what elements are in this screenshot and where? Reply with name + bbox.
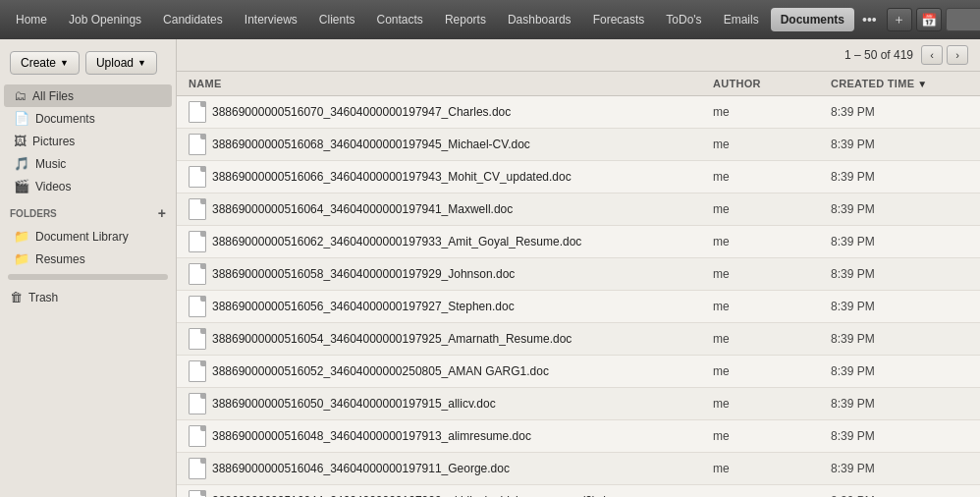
file-doc-icon [189,490,206,497]
file-doc-icon [189,360,206,382]
file-name: 38869000000516070_34604000000197947_Char… [212,105,511,119]
file-author: me [713,170,831,184]
file-time: 8:39 PM [831,364,968,378]
file-time: 8:39 PM [831,170,968,184]
create-button[interactable]: Create ▼ [10,51,80,75]
sidebar-scrollbar[interactable] [8,274,168,280]
table-row[interactable]: 38869000000516044_34604000000197909_akhi… [177,485,980,497]
next-page-button[interactable]: › [947,45,968,65]
file-doc-icon [189,166,206,188]
nav-forecasts[interactable]: Forecasts [583,8,655,31]
sidebar-item-documents[interactable]: 📄 Documents [4,107,172,130]
table-row[interactable]: 38869000000516064_34604000000197941_Maxw… [177,193,980,226]
folder-icon-2: 📁 [14,251,29,266]
top-navigation: Home Job Openings Candidates Interviews … [0,0,980,39]
file-name: 38869000000516058_34604000000197929_John… [212,267,515,281]
header-name: NAME [189,78,713,89]
calendar-button[interactable]: 📅 [916,8,942,31]
file-name: 38869000000516066_34604000000197943_Mohi… [212,170,572,184]
file-name-cell: 38869000000516068_34604000000197945_Mich… [189,134,713,155]
upload-arrow-icon: ▼ [137,58,146,68]
file-name: 38869000000516056_34604000000197927_Step… [212,300,515,313]
table-row[interactable]: 38869000000516054_34604000000197925_Amar… [177,323,980,356]
file-author: me [713,332,831,346]
file-time: 8:39 PM [831,235,968,248]
nav-job-openings[interactable]: Job Openings [59,8,151,31]
table-row[interactable]: 38869000000516058_34604000000197929_John… [177,258,980,291]
prev-page-button[interactable]: ‹ [921,45,943,65]
table-row[interactable]: 38869000000516066_34604000000197943_Mohi… [177,161,980,193]
nav-interviews[interactable]: Interviews [235,8,307,31]
header-author: AUTHOR [713,78,831,89]
global-search[interactable] [946,8,980,31]
file-name: 38869000000516068_34604000000197945_Mich… [212,138,530,151]
nav-contacts[interactable]: Contacts [367,8,433,31]
file-name-cell: 38869000000516062_34604000000197933_Amit… [189,231,713,252]
file-name: 38869000000516062_34604000000197933_Amit… [212,235,581,248]
sidebar-toolbar: Create ▼ Upload ▼ [0,47,176,84]
table-header: NAME AUTHOR CREATED TIME ▼ [177,72,980,96]
file-name: 38869000000516054_34604000000197925_Amar… [212,332,572,346]
file-doc-icon [189,231,206,252]
sidebar-item-all-files[interactable]: 🗂 All Files [4,84,172,107]
file-author: me [713,300,831,313]
file-time: 8:39 PM [831,429,968,443]
file-name: 38869000000516052_34604000000250805_AMAN… [212,364,549,378]
file-name-cell: 38869000000516064_34604000000197941_Maxw… [189,198,713,220]
file-name-cell: 38869000000516046_34604000000197911_Geor… [189,458,713,479]
file-name: 38869000000516050_34604000000197915_alli… [212,397,496,411]
table-row[interactable]: 38869000000516050_34604000000197915_alli… [177,388,980,420]
sidebar-item-music[interactable]: 🎵 Music [4,152,172,175]
add-button[interactable]: ＋ [887,8,912,31]
file-time: 8:39 PM [831,105,968,119]
sidebar-item-pictures[interactable]: 🖼 Pictures [4,130,172,152]
file-name-cell: 38869000000516050_34604000000197915_alli… [189,393,713,414]
nav-more[interactable]: ••• [856,8,883,31]
nav-candidates[interactable]: Candidates [153,8,233,31]
file-doc-icon [189,458,206,479]
nav-documents[interactable]: Documents [771,8,854,31]
nav-clients[interactable]: Clients [309,8,365,31]
table-row[interactable]: 38869000000516046_34604000000197911_Geor… [177,453,980,485]
nav-home[interactable]: Home [6,8,57,31]
documents-icon: 📄 [14,111,29,126]
add-folder-icon[interactable]: + [158,205,166,221]
upload-button[interactable]: Upload ▼ [85,51,157,75]
file-doc-icon [189,393,206,414]
file-name-cell: 38869000000516048_34604000000197913_alim… [189,425,713,447]
file-name-cell: 38869000000516044_34604000000197909_akhi… [189,490,713,497]
sidebar-trash[interactable]: 🗑 Trash [0,284,176,310]
file-name-cell: 38869000000516052_34604000000250805_AMAN… [189,360,713,382]
sidebar-item-videos[interactable]: 🎬 Videos [4,175,172,197]
file-time: 8:39 PM [831,267,968,281]
content-area: 1 – 50 of 419 ‹ › NAME AUTHOR CREATED TI… [177,39,980,497]
nav-dashboards[interactable]: Dashboards [498,8,581,31]
file-doc-icon [189,263,206,285]
sidebar-folder-resumes[interactable]: 📁 Resumes [0,248,176,270]
file-doc-icon [189,425,206,447]
sidebar-folder-document-library[interactable]: 📁 Document Library [0,225,176,248]
content-toolbar: 1 – 50 of 419 ‹ › [177,39,980,72]
file-rows-container: 38869000000516070_34604000000197947_Char… [177,96,980,497]
table-row[interactable]: 38869000000516068_34604000000197945_Mich… [177,129,980,161]
file-author: me [713,462,831,475]
file-doc-icon [189,296,206,317]
file-doc-icon [189,101,206,123]
file-doc-icon [189,134,206,155]
sort-desc-icon: ▼ [917,79,927,89]
table-row[interactable]: 38869000000516052_34604000000250805_AMAN… [177,356,980,388]
file-author: me [713,235,831,248]
videos-icon: 🎬 [14,179,29,193]
nav-todos[interactable]: ToDo's [656,8,711,31]
nav-emails[interactable]: Emails [714,8,769,31]
table-row[interactable]: 38869000000516062_34604000000197933_Amit… [177,226,980,258]
table-row[interactable]: 38869000000516056_34604000000197927_Step… [177,291,980,323]
file-author: me [713,202,831,216]
folder-icon: 📁 [14,229,29,244]
table-row[interactable]: 38869000000516048_34604000000197913_alim… [177,420,980,453]
header-created[interactable]: CREATED TIME ▼ [831,78,968,89]
file-author: me [713,138,831,151]
nav-reports[interactable]: Reports [435,8,496,31]
file-name: 38869000000516048_34604000000197913_alim… [212,429,531,443]
table-row[interactable]: 38869000000516070_34604000000197947_Char… [177,96,980,129]
